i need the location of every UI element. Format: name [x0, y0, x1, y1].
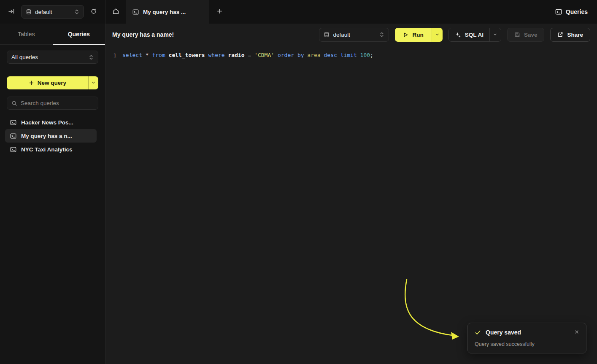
new-query-label: New query	[38, 80, 66, 86]
plus-icon	[29, 80, 34, 86]
share-label: Share	[567, 32, 583, 38]
sidebar-tabs: Tables Queries	[0, 24, 105, 45]
chevron-updown-icon	[74, 9, 79, 15]
chevron-down-icon	[435, 32, 440, 38]
query-icon	[10, 119, 16, 126]
search-queries-input[interactable]	[21, 100, 94, 106]
main-panel: My query has a name! default	[105, 24, 597, 364]
toast-title: Query saved	[486, 329, 521, 336]
refresh-icon	[90, 8, 97, 16]
new-tab-button[interactable]	[209, 0, 230, 24]
share-button[interactable]: Share	[550, 28, 590, 42]
query-item-label: My query has a n...	[21, 133, 72, 139]
topbar-left: default	[0, 0, 105, 24]
line-number: 1	[105, 51, 116, 60]
check-icon	[475, 329, 481, 336]
chevron-updown-icon	[379, 32, 384, 38]
database-icon	[26, 9, 32, 15]
sidebar-collapse-button[interactable]	[5, 5, 18, 18]
run-button[interactable]: Run	[395, 28, 431, 42]
plus-icon	[216, 8, 223, 16]
new-query-split-button: New query	[7, 76, 98, 89]
toast-header: Query saved	[475, 329, 579, 336]
sql-ai-button[interactable]: SQL AI	[449, 28, 489, 41]
query-search-box	[7, 97, 98, 110]
save-button[interactable]: Save	[507, 28, 545, 42]
new-query-dropdown-button[interactable]	[88, 76, 98, 89]
sidebar-content: All queries New query	[0, 45, 105, 156]
new-query-button[interactable]: New query	[7, 76, 88, 89]
home-icon	[112, 8, 119, 16]
run-split-button: Run	[395, 28, 442, 42]
topbar-database-select[interactable]: default	[21, 5, 84, 19]
query-title: My query has a name!	[112, 31, 174, 38]
collapse-sidebar-icon	[8, 8, 15, 16]
run-label: Run	[412, 32, 423, 38]
chevron-down-icon	[91, 80, 96, 86]
tab-my-query[interactable]: My query has ...	[126, 0, 209, 24]
sql-ai-label: SQL AI	[465, 32, 484, 38]
topbar-database-value: default	[35, 9, 52, 15]
query-icon	[10, 133, 16, 139]
queries-panel-toggle[interactable]: Queries	[555, 0, 597, 24]
query-icon	[132, 9, 139, 15]
query-list-item[interactable]: Hacker News Pos...	[5, 116, 97, 129]
query-filter-select[interactable]: All queries	[7, 51, 98, 64]
sql-ai-options-button[interactable]	[489, 28, 501, 41]
editor-database-select[interactable]: default	[319, 28, 389, 42]
save-icon	[514, 32, 520, 38]
toast-query-saved: Query saved Query saved successfully	[467, 323, 586, 353]
home-button[interactable]	[105, 0, 126, 24]
sql-ai-split-button: SQL AI	[448, 28, 501, 42]
code-tokens: select * from cell_towers where radio = …	[116, 51, 374, 60]
chevron-updown-icon	[89, 54, 94, 60]
refresh-button[interactable]	[87, 5, 100, 18]
query-item-label: Hacker News Pos...	[21, 119, 73, 126]
query-icon	[10, 146, 16, 153]
chevron-down-icon	[493, 32, 497, 38]
app-body: Tables Queries All queries	[0, 24, 597, 364]
tab-label: My query has ...	[143, 9, 186, 15]
query-list-item[interactable]: My query has a n...	[5, 129, 97, 143]
topbar: default	[0, 0, 597, 24]
search-icon	[11, 100, 17, 106]
queries-icon	[555, 8, 562, 15]
close-icon	[574, 329, 579, 336]
sidebar: Tables Queries All queries	[0, 24, 105, 364]
toast-message: Query saved successfully	[475, 341, 579, 347]
query-actions: default	[319, 28, 590, 42]
toast-close-button[interactable]	[574, 329, 579, 336]
code-line: 1 select * from cell_towers where radio …	[105, 51, 597, 60]
text-cursor	[374, 51, 375, 58]
sql-console-app: default	[0, 0, 597, 364]
query-list-item[interactable]: NYC Taxi Analytics	[5, 143, 97, 156]
sidebar-tab-queries[interactable]: Queries	[53, 24, 105, 44]
queries-panel-label: Queries	[566, 8, 588, 15]
database-icon	[324, 32, 330, 38]
editor-database-value: default	[333, 32, 350, 38]
sql-editor[interactable]: 1 select * from cell_towers where radio …	[105, 46, 597, 364]
save-label: Save	[524, 32, 538, 38]
share-icon	[557, 32, 563, 38]
query-item-label: NYC Taxi Analytics	[21, 146, 73, 153]
run-options-button[interactable]	[432, 28, 443, 42]
tab-strip: My query has ...	[105, 0, 230, 24]
query-filter-value: All queries	[11, 54, 38, 60]
query-header: My query has a name! default	[105, 24, 597, 46]
query-list: Hacker News Pos... My query has a n...	[5, 116, 97, 156]
sparkles-icon	[455, 32, 461, 38]
sidebar-tab-tables[interactable]: Tables	[0, 24, 53, 44]
play-icon	[403, 32, 408, 38]
